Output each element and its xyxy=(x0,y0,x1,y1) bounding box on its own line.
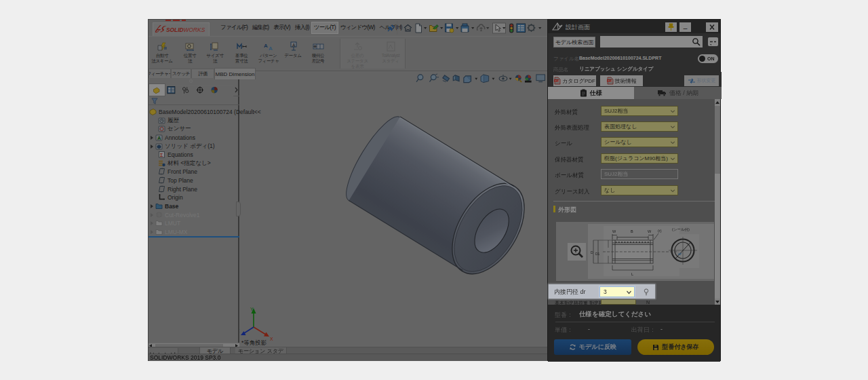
svg-text:SOLIDWORKS: SOLIDWORKS xyxy=(166,26,205,33)
svg-text:D: D xyxy=(591,250,593,254)
svg-text:X: X xyxy=(270,337,273,341)
svg-text:(r): (r) xyxy=(658,229,662,233)
svg-text:A: A xyxy=(264,43,268,49)
svg-text:W: W xyxy=(648,229,652,233)
svg-text:PDF: PDF xyxy=(555,80,560,83)
svg-text:A: A xyxy=(157,135,161,141)
svg-text:(シール付): (シール付) xyxy=(672,227,690,232)
svg-text:A: A xyxy=(269,45,273,52)
svg-text:PDF: PDF xyxy=(608,80,613,83)
svg-text:B: B xyxy=(631,229,633,233)
svg-text:Σ: Σ xyxy=(160,153,163,157)
svg-text:L: L xyxy=(631,272,633,276)
svg-text:D1: D1 xyxy=(595,252,600,256)
svg-text:Y: Y xyxy=(250,307,254,311)
svg-text:W: W xyxy=(612,229,616,233)
